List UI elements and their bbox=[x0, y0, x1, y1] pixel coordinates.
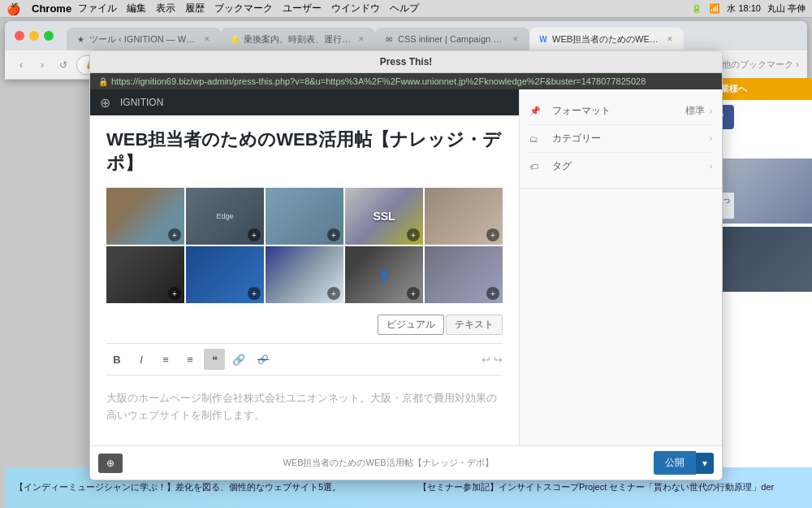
format-label: フォーマット bbox=[552, 104, 685, 118]
menu-bookmarks[interactable]: ブックマーク bbox=[214, 2, 273, 15]
tab-4-label: WEB担当者のためのWEB活用帖... bbox=[552, 33, 661, 46]
image-cell-6[interactable]: + bbox=[106, 246, 184, 303]
back-button[interactable]: ‹ bbox=[13, 57, 29, 73]
post-title: WEB担当者のためのWEB活用帖【ナレッジ・デポ】 bbox=[106, 128, 503, 175]
tabs-container: ★ ツール ‹ IGNITION — WordPres... ✕ ⭐ 乗換案内、… bbox=[67, 21, 684, 50]
tab-bar: ★ ツール ‹ IGNITION — WordPres... ✕ ⭐ 乗換案内、… bbox=[5, 21, 807, 50]
tab-2-icon: ⭐ bbox=[229, 33, 240, 45]
bold-button[interactable]: B bbox=[106, 349, 127, 370]
quote-button[interactable]: ❝ bbox=[204, 349, 225, 370]
wifi-icon: 📶 bbox=[709, 3, 720, 14]
popup-lock-icon: 🔒 bbox=[98, 77, 108, 86]
image-add-9[interactable]: + bbox=[407, 287, 420, 300]
tab-2-label: 乗換案内、時刻表、運行情報 - Ye... bbox=[244, 33, 352, 46]
tab-3-label: CSS inliner | Campaign Monitor... bbox=[398, 34, 507, 44]
image-add-6[interactable]: + bbox=[168, 287, 181, 300]
menu-window[interactable]: ウインドウ bbox=[331, 2, 380, 15]
text-toggle-button[interactable]: テキスト bbox=[446, 315, 503, 335]
image-cell-5[interactable]: + bbox=[425, 188, 503, 245]
italic-button[interactable]: I bbox=[131, 349, 152, 370]
link-button[interactable]: 🔗 bbox=[228, 349, 249, 370]
image-add-1[interactable]: + bbox=[168, 228, 181, 241]
menu-edit[interactable]: 編集 bbox=[127, 2, 146, 15]
image-add-3[interactable]: + bbox=[327, 228, 340, 241]
image-cell-8[interactable]: + bbox=[266, 246, 343, 303]
menu-history[interactable]: 履歴 bbox=[185, 2, 205, 15]
clock-display: 水 18:10 bbox=[727, 2, 761, 15]
tab-3-icon: ✉ bbox=[383, 33, 395, 45]
image-grid: + Edge + + SSL + + bbox=[106, 188, 503, 303]
forward-button[interactable]: › bbox=[34, 57, 50, 73]
maximize-window-button[interactable] bbox=[44, 31, 54, 41]
category-chevron-icon: › bbox=[710, 134, 712, 143]
menu-view[interactable]: 表示 bbox=[156, 2, 175, 15]
image-add-7[interactable]: + bbox=[248, 287, 261, 300]
close-window-button[interactable] bbox=[15, 31, 24, 41]
reload-button[interactable]: ↺ bbox=[55, 57, 71, 73]
menu-items: ファイル 編集 表示 履歴 ブックマーク ユーザー ウインドウ ヘルプ bbox=[78, 2, 419, 15]
format-icon: 📌 bbox=[529, 106, 546, 116]
unlink-button[interactable]: 🔗 bbox=[253, 349, 274, 370]
tab-3[interactable]: ✉ CSS inliner | Campaign Monitor... ✕ bbox=[375, 28, 529, 50]
editor-content[interactable]: 大阪のホームページ制作会社株式会社ユニオンネット。大阪・京都で費用対効果の高いウ… bbox=[106, 384, 503, 449]
category-label: カテゴリー bbox=[552, 132, 710, 145]
app-name: Chrome bbox=[32, 2, 71, 15]
tab-1-icon: ★ bbox=[75, 33, 86, 45]
apple-logo-icon[interactable]: 🍎 bbox=[6, 2, 20, 15]
format-section: 📌 フォーマット 標準 › 🗂 カテゴリー › 🏷 タグ › bbox=[520, 89, 722, 189]
image-add-2[interactable]: + bbox=[248, 228, 261, 241]
popup-title: Press This! bbox=[380, 56, 433, 67]
press-this-popup: Press This! 🔒 https://ignition69.biz/wp-… bbox=[89, 50, 723, 480]
popup-url-bar: 🔒 https://ignition69.biz/wp-admin/press-… bbox=[90, 73, 722, 89]
menu-user[interactable]: ユーザー bbox=[283, 2, 322, 15]
view-toggle: ビジュアル テキスト bbox=[106, 315, 503, 335]
image-add-4[interactable]: + bbox=[407, 228, 420, 241]
tag-row[interactable]: 🏷 タグ › bbox=[529, 153, 712, 180]
format-row[interactable]: 📌 フォーマット 標準 › bbox=[529, 98, 712, 125]
image-add-5[interactable]: + bbox=[486, 228, 499, 241]
category-icon: 🗂 bbox=[529, 134, 546, 144]
format-value: 標準 bbox=[685, 104, 705, 118]
tab-4[interactable]: W WEB担当者のためのWEB活用帖... ✕ bbox=[529, 28, 684, 50]
tab-2[interactable]: ⭐ 乗換案内、時刻表、運行情報 - Ye... ✕ bbox=[221, 28, 375, 50]
redo-button[interactable]: ↪ bbox=[494, 354, 503, 366]
image-cell-1[interactable]: + bbox=[106, 188, 184, 245]
post-editor-panel: ⊕ IGNITION WEB担当者のためのWEB活用帖【ナレッジ・デポ】 + E… bbox=[90, 89, 519, 480]
post-editor: WEB担当者のためのWEB活用帖【ナレッジ・デポ】 + Edge + + SSL bbox=[90, 115, 519, 462]
format-chevron-icon: › bbox=[710, 106, 712, 115]
image-add-8[interactable]: + bbox=[327, 287, 340, 300]
menu-file[interactable]: ファイル bbox=[78, 2, 117, 15]
image-cell-7[interactable]: + bbox=[186, 246, 264, 303]
tab-4-close[interactable]: ✕ bbox=[664, 33, 676, 45]
tag-label: タグ bbox=[552, 159, 710, 173]
tab-3-close[interactable]: ✕ bbox=[510, 33, 521, 45]
image-add-10[interactable]: + bbox=[486, 287, 499, 300]
tag-icon: 🏷 bbox=[529, 162, 546, 172]
menu-help[interactable]: ヘルプ bbox=[390, 2, 419, 15]
minimize-window-button[interactable] bbox=[29, 31, 39, 41]
image-cell-3[interactable]: + bbox=[266, 188, 343, 245]
tab-1[interactable]: ★ ツール ‹ IGNITION — WordPres... ✕ bbox=[67, 28, 221, 50]
wp-logo-icon: ⊕ bbox=[100, 95, 110, 111]
menubar-right: 🔋 📶 水 18:10 丸山 亭伸 bbox=[691, 2, 806, 15]
tab-2-close[interactable]: ✕ bbox=[356, 33, 367, 45]
wp-site-name: IGNITION bbox=[120, 97, 163, 108]
popup-body: ⊕ IGNITION WEB担当者のためのWEB活用帖【ナレッジ・デポ】 + E… bbox=[90, 89, 722, 480]
image-cell-4[interactable]: SSL + bbox=[345, 188, 423, 245]
ol-button[interactable]: ≡ bbox=[179, 349, 201, 370]
visual-toggle-button[interactable]: ビジュアル bbox=[378, 315, 444, 335]
image-cell-2[interactable]: Edge + bbox=[186, 188, 264, 245]
image-cell-10[interactable]: + bbox=[425, 246, 503, 303]
tab-1-label: ツール ‹ IGNITION — WordPres... bbox=[89, 33, 198, 46]
wp-bottom-icon: ⊕ bbox=[98, 454, 123, 473]
news-item-1: 【インディーミュージシャンに学ぶ！】差化を図る、個性的なウェブサイト5選。 bbox=[5, 478, 408, 497]
battery-icon: 🔋 bbox=[691, 3, 702, 14]
undo-button[interactable]: ↩ bbox=[482, 354, 490, 366]
traffic-lights bbox=[15, 31, 54, 41]
popup-url-text: https://ignition69.biz/wp-admin/press-th… bbox=[111, 76, 646, 86]
category-row[interactable]: 🗂 カテゴリー › bbox=[529, 125, 712, 153]
tag-chevron-icon: › bbox=[710, 162, 712, 171]
tab-1-close[interactable]: ✕ bbox=[201, 33, 213, 45]
image-cell-9[interactable]: 👤 + bbox=[345, 246, 423, 303]
ul-button[interactable]: ≡ bbox=[155, 349, 176, 370]
